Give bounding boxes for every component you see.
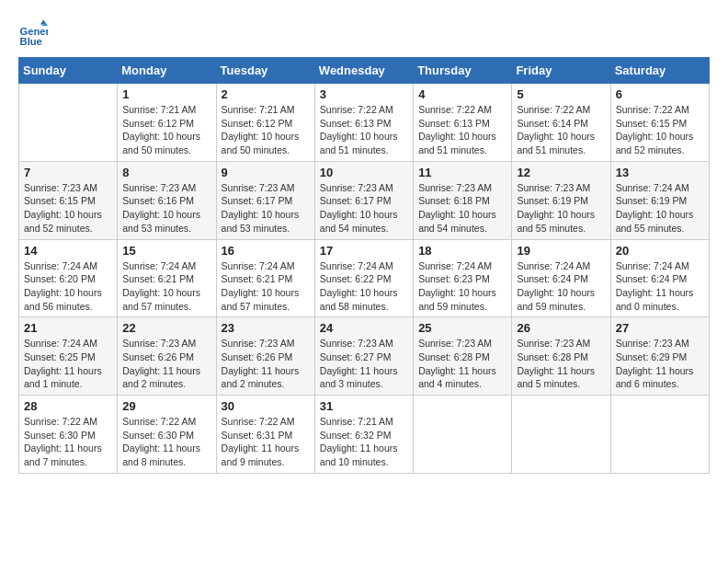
cell-info: Sunrise: 7:23 AM Sunset: 6:28 PM Dayligh… bbox=[418, 337, 506, 391]
svg-text:Blue: Blue bbox=[20, 36, 42, 47]
calendar-cell: 18Sunrise: 7:24 AM Sunset: 6:23 PM Dayli… bbox=[414, 239, 512, 317]
calendar-cell: 10Sunrise: 7:23 AM Sunset: 6:17 PM Dayli… bbox=[314, 161, 413, 239]
cell-info: Sunrise: 7:22 AM Sunset: 6:14 PM Dayligh… bbox=[517, 103, 605, 157]
calendar-cell: 14Sunrise: 7:24 AM Sunset: 6:20 PM Dayli… bbox=[19, 239, 118, 317]
cell-info: Sunrise: 7:23 AM Sunset: 6:17 PM Dayligh… bbox=[222, 181, 310, 236]
cell-info: Sunrise: 7:22 AM Sunset: 6:13 PM Dayligh… bbox=[320, 103, 408, 157]
calendar-cell: 11Sunrise: 7:23 AM Sunset: 6:18 PM Dayli… bbox=[414, 161, 512, 239]
logo: General Blue bbox=[18, 18, 51, 48]
cell-info: Sunrise: 7:22 AM Sunset: 6:15 PM Dayligh… bbox=[616, 103, 704, 157]
calendar-cell: 4Sunrise: 7:22 AM Sunset: 6:13 PM Daylig… bbox=[414, 84, 512, 162]
cell-info: Sunrise: 7:22 AM Sunset: 6:30 PM Dayligh… bbox=[24, 415, 112, 469]
calendar-cell: 22Sunrise: 7:23 AM Sunset: 6:26 PM Dayli… bbox=[118, 317, 216, 396]
cell-info: Sunrise: 7:24 AM Sunset: 6:24 PM Dayligh… bbox=[517, 259, 605, 314]
calendar-cell: 26Sunrise: 7:23 AM Sunset: 6:28 PM Dayli… bbox=[512, 317, 610, 396]
day-number: 29 bbox=[122, 399, 210, 413]
cell-info: Sunrise: 7:23 AM Sunset: 6:27 PM Dayligh… bbox=[320, 337, 408, 391]
calendar-cell: 1Sunrise: 7:21 AM Sunset: 6:12 PM Daylig… bbox=[118, 84, 216, 162]
calendar-table: SundayMondayTuesdayWednesdayThursdayFrid… bbox=[18, 57, 710, 474]
logo-icon: General Blue bbox=[18, 18, 48, 48]
weekday-header-tuesday: Tuesday bbox=[216, 58, 314, 84]
weekday-header-sunday: Sunday bbox=[19, 58, 118, 84]
cell-info: Sunrise: 7:23 AM Sunset: 6:15 PM Dayligh… bbox=[24, 181, 112, 236]
cell-info: Sunrise: 7:23 AM Sunset: 6:28 PM Dayligh… bbox=[517, 337, 605, 391]
cell-info: Sunrise: 7:22 AM Sunset: 6:13 PM Dayligh… bbox=[418, 103, 506, 157]
calendar-cell: 6Sunrise: 7:22 AM Sunset: 6:15 PM Daylig… bbox=[610, 84, 709, 162]
day-number: 26 bbox=[517, 321, 605, 335]
calendar-cell: 23Sunrise: 7:23 AM Sunset: 6:26 PM Dayli… bbox=[216, 317, 314, 396]
cell-info: Sunrise: 7:24 AM Sunset: 6:19 PM Dayligh… bbox=[616, 181, 704, 236]
page-header: General Blue bbox=[18, 18, 710, 48]
calendar-cell bbox=[414, 396, 512, 474]
day-number: 5 bbox=[517, 87, 605, 101]
cell-info: Sunrise: 7:24 AM Sunset: 6:22 PM Dayligh… bbox=[320, 259, 408, 314]
day-number: 14 bbox=[24, 244, 112, 258]
weekday-header-monday: Monday bbox=[118, 58, 216, 84]
calendar-cell: 25Sunrise: 7:23 AM Sunset: 6:28 PM Dayli… bbox=[414, 317, 512, 396]
calendar-cell: 21Sunrise: 7:24 AM Sunset: 6:25 PM Dayli… bbox=[19, 317, 118, 396]
calendar-cell bbox=[512, 396, 610, 474]
cell-info: Sunrise: 7:24 AM Sunset: 6:24 PM Dayligh… bbox=[616, 259, 704, 314]
day-number: 17 bbox=[320, 244, 408, 258]
calendar-cell bbox=[610, 396, 709, 474]
cell-info: Sunrise: 7:22 AM Sunset: 6:30 PM Dayligh… bbox=[122, 415, 210, 469]
weekday-header-thursday: Thursday bbox=[414, 58, 512, 84]
weekday-header-wednesday: Wednesday bbox=[314, 58, 413, 84]
cell-info: Sunrise: 7:22 AM Sunset: 6:31 PM Dayligh… bbox=[222, 415, 310, 469]
day-number: 7 bbox=[24, 166, 112, 179]
cell-info: Sunrise: 7:23 AM Sunset: 6:19 PM Dayligh… bbox=[517, 181, 605, 236]
cell-info: Sunrise: 7:24 AM Sunset: 6:25 PM Dayligh… bbox=[24, 337, 112, 391]
calendar-cell: 24Sunrise: 7:23 AM Sunset: 6:27 PM Dayli… bbox=[314, 317, 413, 396]
day-number: 1 bbox=[122, 87, 210, 101]
calendar-cell: 8Sunrise: 7:23 AM Sunset: 6:16 PM Daylig… bbox=[118, 161, 216, 239]
cell-info: Sunrise: 7:23 AM Sunset: 6:16 PM Dayligh… bbox=[122, 181, 210, 236]
weekday-header-friday: Friday bbox=[512, 58, 610, 84]
cell-info: Sunrise: 7:21 AM Sunset: 6:12 PM Dayligh… bbox=[122, 103, 210, 157]
calendar-cell: 30Sunrise: 7:22 AM Sunset: 6:31 PM Dayli… bbox=[216, 396, 314, 474]
day-number: 28 bbox=[24, 399, 112, 413]
day-number: 8 bbox=[122, 166, 210, 179]
calendar-cell: 28Sunrise: 7:22 AM Sunset: 6:30 PM Dayli… bbox=[19, 396, 118, 474]
day-number: 4 bbox=[418, 87, 506, 101]
day-number: 3 bbox=[320, 87, 408, 101]
day-number: 27 bbox=[616, 321, 704, 335]
cell-info: Sunrise: 7:23 AM Sunset: 6:18 PM Dayligh… bbox=[418, 181, 506, 236]
cell-info: Sunrise: 7:23 AM Sunset: 6:17 PM Dayligh… bbox=[320, 181, 408, 236]
day-number: 6 bbox=[616, 87, 704, 101]
calendar-cell: 9Sunrise: 7:23 AM Sunset: 6:17 PM Daylig… bbox=[216, 161, 314, 239]
calendar-cell bbox=[19, 84, 118, 162]
day-number: 12 bbox=[517, 166, 605, 179]
cell-info: Sunrise: 7:23 AM Sunset: 6:26 PM Dayligh… bbox=[122, 337, 210, 391]
day-number: 24 bbox=[320, 321, 408, 335]
day-number: 30 bbox=[222, 399, 310, 413]
day-number: 19 bbox=[517, 244, 605, 258]
calendar-cell: 3Sunrise: 7:22 AM Sunset: 6:13 PM Daylig… bbox=[314, 84, 413, 162]
cell-info: Sunrise: 7:24 AM Sunset: 6:23 PM Dayligh… bbox=[418, 259, 506, 314]
cell-info: Sunrise: 7:21 AM Sunset: 6:12 PM Dayligh… bbox=[222, 103, 310, 157]
day-number: 16 bbox=[222, 244, 310, 258]
day-number: 23 bbox=[222, 321, 310, 335]
calendar-cell: 27Sunrise: 7:23 AM Sunset: 6:29 PM Dayli… bbox=[610, 317, 709, 396]
calendar-cell: 17Sunrise: 7:24 AM Sunset: 6:22 PM Dayli… bbox=[314, 239, 413, 317]
day-number: 15 bbox=[122, 244, 210, 258]
calendar-cell: 20Sunrise: 7:24 AM Sunset: 6:24 PM Dayli… bbox=[610, 239, 709, 317]
cell-info: Sunrise: 7:23 AM Sunset: 6:29 PM Dayligh… bbox=[616, 337, 704, 391]
calendar-cell: 2Sunrise: 7:21 AM Sunset: 6:12 PM Daylig… bbox=[216, 84, 314, 162]
day-number: 22 bbox=[122, 321, 210, 335]
day-number: 11 bbox=[418, 166, 506, 179]
day-number: 18 bbox=[418, 244, 506, 258]
day-number: 2 bbox=[222, 87, 310, 101]
weekday-header-saturday: Saturday bbox=[610, 58, 709, 84]
calendar-cell: 15Sunrise: 7:24 AM Sunset: 6:21 PM Dayli… bbox=[118, 239, 216, 317]
day-number: 21 bbox=[24, 321, 112, 335]
calendar-cell: 7Sunrise: 7:23 AM Sunset: 6:15 PM Daylig… bbox=[19, 161, 118, 239]
cell-info: Sunrise: 7:24 AM Sunset: 6:21 PM Dayligh… bbox=[122, 259, 210, 314]
calendar-cell: 5Sunrise: 7:22 AM Sunset: 6:14 PM Daylig… bbox=[512, 84, 610, 162]
cell-info: Sunrise: 7:24 AM Sunset: 6:20 PM Dayligh… bbox=[24, 259, 112, 314]
day-number: 9 bbox=[222, 166, 310, 179]
calendar-cell: 31Sunrise: 7:21 AM Sunset: 6:32 PM Dayli… bbox=[314, 396, 413, 474]
cell-info: Sunrise: 7:24 AM Sunset: 6:21 PM Dayligh… bbox=[222, 259, 310, 314]
cell-info: Sunrise: 7:21 AM Sunset: 6:32 PM Dayligh… bbox=[320, 415, 408, 469]
svg-text:General: General bbox=[20, 26, 48, 37]
day-number: 20 bbox=[616, 244, 704, 258]
